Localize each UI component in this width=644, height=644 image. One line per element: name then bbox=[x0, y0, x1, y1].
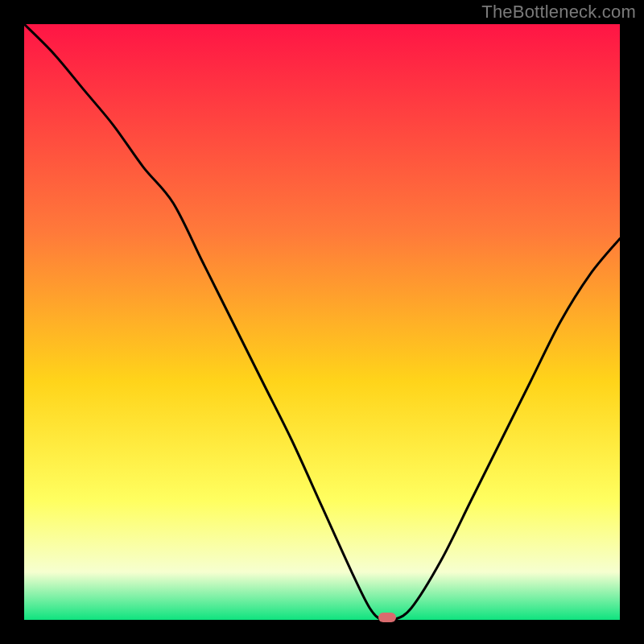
plot-area bbox=[24, 24, 620, 620]
optimal-point-marker bbox=[378, 613, 396, 622]
site-watermark: TheBottleneck.com bbox=[481, 2, 636, 23]
bottleneck-curve-plot bbox=[24, 24, 620, 620]
chart-frame: TheBottleneck.com bbox=[0, 0, 644, 644]
gradient-background bbox=[24, 24, 620, 620]
